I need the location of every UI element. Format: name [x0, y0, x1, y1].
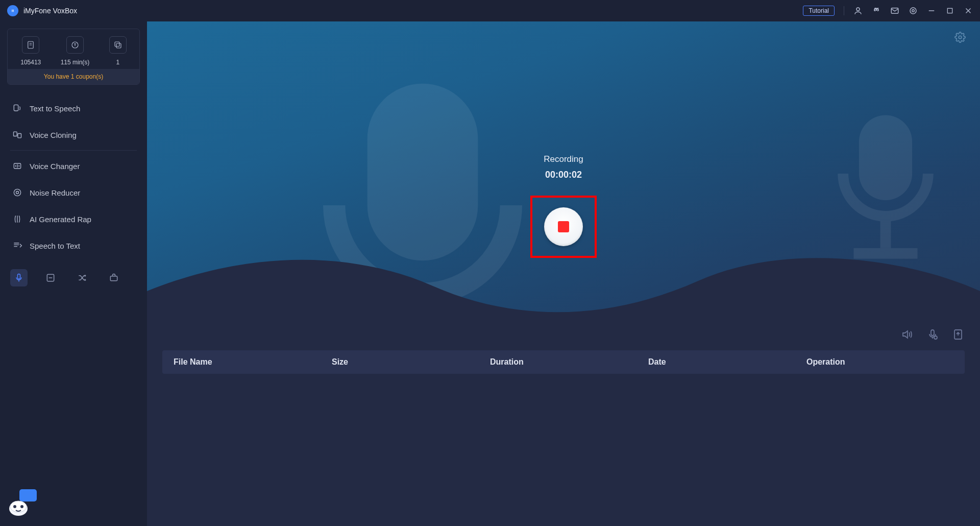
- svg-point-22: [959, 36, 962, 39]
- svg-point-1: [856, 8, 860, 11]
- recording-time: 00:00:02: [545, 170, 582, 180]
- coupon-banner[interactable]: You have 1 coupon(s): [8, 69, 139, 84]
- mail-icon[interactable]: [890, 6, 899, 15]
- nav-noise-reducer[interactable]: Noise Reducer: [7, 179, 140, 206]
- col-duration: Duration: [490, 357, 648, 367]
- svg-rect-32: [19, 489, 37, 501]
- svg-rect-11: [115, 42, 119, 46]
- main-panel: Recording 00:00:02 File Name Siz: [147, 21, 980, 526]
- stat-count-value: 1: [116, 59, 119, 66]
- col-filename: File Name: [174, 357, 332, 367]
- svg-point-35: [13, 505, 16, 508]
- titlebar-divider: [844, 6, 844, 15]
- app-logo-icon: [7, 5, 18, 16]
- col-operation: Operation: [806, 357, 953, 367]
- discord-icon[interactable]: [872, 6, 881, 15]
- svg-rect-13: [14, 105, 18, 111]
- svg-point-17: [14, 189, 20, 196]
- nav-list: Text to Speech Voice Cloning Voice Chang…: [7, 95, 140, 259]
- nav-voice-cloning-label: Voice Cloning: [30, 131, 77, 139]
- shuffle-tab-icon[interactable]: [74, 269, 91, 286]
- app-title: iMyFone VoxBox: [23, 7, 77, 15]
- nav-noise-reducer-label: Noise Reducer: [30, 188, 80, 197]
- stat-characters[interactable]: 105413: [20, 36, 41, 66]
- svg-point-30: [934, 336, 937, 339]
- nav-text-to-speech[interactable]: Text to Speech: [7, 95, 140, 122]
- nav-voice-cloning[interactable]: Voice Cloning: [7, 122, 140, 148]
- nav-ai-rap[interactable]: AI Generated Rap: [7, 206, 140, 232]
- tutorial-button[interactable]: Tutorial: [803, 6, 835, 16]
- nav-separator: [10, 150, 137, 151]
- col-size: Size: [332, 357, 490, 367]
- noise-reducer-icon: [12, 187, 22, 198]
- svg-point-0: [10, 8, 16, 14]
- voice-cloning-icon: [12, 130, 22, 140]
- svg-rect-12: [116, 43, 121, 48]
- account-icon[interactable]: [853, 6, 863, 15]
- minimize-icon[interactable]: [927, 6, 936, 15]
- chatbot-button[interactable]: [7, 488, 38, 519]
- mic-settings-icon[interactable]: [926, 328, 939, 341]
- import-file-icon[interactable]: [951, 328, 965, 341]
- nav-voice-changer-label: Voice Changer: [30, 162, 80, 171]
- text-to-speech-icon: [12, 103, 22, 113]
- stat-minutes-value: 115 min(s): [61, 59, 90, 66]
- svg-rect-6: [947, 8, 952, 13]
- svg-point-36: [20, 505, 23, 508]
- voice-changer-icon: [12, 161, 22, 171]
- sidebar-bottom-tools: [7, 263, 140, 293]
- stat-count[interactable]: 1: [109, 36, 127, 66]
- close-icon[interactable]: [964, 6, 973, 15]
- count-icon: [109, 36, 127, 54]
- settings-target-icon[interactable]: [909, 6, 918, 15]
- svg-point-3: [910, 8, 916, 14]
- table-header: File Name Size Duration Date Operation: [162, 350, 965, 374]
- record-tab-icon[interactable]: [10, 269, 28, 286]
- minutes-icon: [66, 36, 84, 54]
- col-date: Date: [648, 357, 806, 367]
- stats-box: 105413 115 min(s) 1 You have 1 coupon(s): [7, 29, 140, 85]
- svg-rect-21: [110, 276, 117, 281]
- titlebar-right: Tutorial: [803, 6, 973, 16]
- titlebar-left: iMyFone VoxBox: [7, 5, 77, 16]
- sidebar: 105413 115 min(s) 1 You have 1 coupon(s)…: [0, 21, 147, 526]
- characters-icon: [22, 36, 39, 54]
- svg-rect-19: [18, 274, 20, 279]
- list-tools: [900, 328, 965, 341]
- recording-hero: Recording 00:00:02: [147, 21, 980, 321]
- svg-rect-29: [931, 330, 934, 336]
- svg-rect-14: [14, 132, 17, 136]
- stat-characters-value: 105413: [20, 59, 41, 66]
- titlebar: iMyFone VoxBox Tutorial: [0, 0, 980, 21]
- recording-label: Recording: [544, 154, 583, 164]
- ai-rap-icon: [12, 214, 22, 224]
- svg-point-18: [16, 192, 19, 194]
- convert-tab-icon[interactable]: [42, 269, 59, 286]
- toolbox-tab-icon[interactable]: [105, 269, 122, 286]
- nav-voice-changer[interactable]: Voice Changer: [7, 153, 140, 179]
- stat-minutes[interactable]: 115 min(s): [61, 36, 90, 66]
- maximize-icon[interactable]: [945, 6, 954, 15]
- wave-divider: [147, 230, 980, 321]
- volume-icon[interactable]: [900, 328, 914, 341]
- hero-settings-icon[interactable]: [954, 32, 966, 43]
- recordings-list-area: File Name Size Duration Date Operation: [147, 321, 980, 526]
- speech-to-text-icon: [12, 241, 22, 251]
- nav-speech-to-text[interactable]: Speech to Text: [7, 232, 140, 259]
- svg-point-34: [10, 501, 27, 512]
- stats-row: 105413 115 min(s) 1: [8, 29, 139, 69]
- svg-point-4: [912, 10, 915, 12]
- nav-speech-to-text-label: Speech to Text: [30, 242, 80, 250]
- nav-ai-rap-label: AI Generated Rap: [30, 215, 91, 224]
- nav-text-to-speech-label: Text to Speech: [30, 104, 80, 113]
- svg-rect-15: [18, 134, 21, 138]
